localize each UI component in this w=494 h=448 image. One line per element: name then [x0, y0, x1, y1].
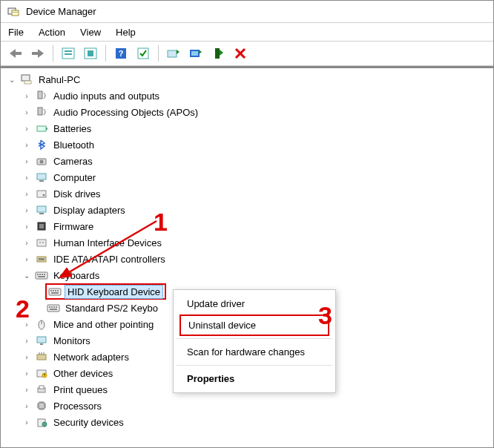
chevron-right-icon[interactable]: › — [22, 107, 32, 117]
svg-rect-9 — [88, 50, 93, 56]
chevron-right-icon[interactable]: › — [22, 123, 32, 134]
properties-toolbar-button[interactable] — [80, 43, 101, 64]
tree-category[interactable]: ›Firmware — [1, 218, 493, 234]
tree-category-label: Display adapters — [51, 204, 128, 217]
prop-sheet-button[interactable] — [133, 43, 154, 64]
svg-point-34 — [39, 242, 41, 243]
tree-category-keyboards[interactable]: ⌄ Keyboards — [1, 267, 493, 283]
tree-item-hid-keyboard[interactable]: HID Keyboard Device — [45, 283, 166, 300]
svg-rect-1 — [12, 10, 19, 16]
tree-item-label: Standard PS/2 Keybo — [63, 302, 160, 314]
tree-category[interactable]: ›Processors — [1, 398, 493, 414]
svg-rect-38 — [36, 272, 47, 279]
svg-rect-42 — [44, 274, 45, 275]
ctx-uninstall-device[interactable]: Uninstall device — [180, 314, 329, 336]
chevron-right-icon[interactable]: › — [22, 139, 32, 150]
chevron-right-icon[interactable]: › — [22, 237, 32, 248]
svg-rect-15 — [191, 51, 198, 56]
ctx-scan-hardware[interactable]: Scan for hardware changes — [174, 341, 335, 363]
svg-rect-53 — [53, 306, 55, 308]
svg-rect-48 — [57, 290, 59, 291]
chevron-right-icon[interactable]: › — [22, 172, 32, 182]
category-icon — [35, 105, 48, 119]
toolbar: ? — [1, 41, 493, 66]
keyboard-icon — [48, 285, 62, 298]
tree-root-label: Rahul-PC — [36, 73, 82, 86]
category-icon — [35, 415, 48, 429]
chevron-down-icon[interactable]: ⌄ — [22, 270, 32, 280]
chevron-down-icon[interactable]: ⌄ — [7, 74, 17, 85]
tree-item-label: HID Keyboard Device — [65, 285, 163, 299]
category-icon: ? — [35, 366, 48, 380]
svg-rect-21 — [37, 126, 46, 131]
chevron-right-icon[interactable]: › — [22, 221, 32, 231]
svg-rect-50 — [47, 305, 59, 312]
tree-category[interactable]: ›Computer — [1, 169, 493, 185]
tree-category-label: Cameras — [51, 155, 95, 168]
scan-hardware-button[interactable] — [185, 43, 206, 64]
chevron-right-icon[interactable]: › — [22, 368, 32, 378]
chevron-right-icon[interactable]: › — [22, 401, 32, 411]
chevron-right-icon[interactable]: › — [22, 319, 32, 329]
tree-category[interactable]: ›Bluetooth — [1, 136, 493, 153]
update-driver-button[interactable] — [163, 43, 184, 64]
tree-category[interactable]: ›Audio Processing Objects (APOs) — [1, 104, 493, 120]
tree-category[interactable]: ›Human Interface Devices — [1, 234, 493, 251]
chevron-right-icon[interactable]: › — [22, 352, 32, 362]
category-icon — [35, 334, 48, 347]
svg-rect-39 — [37, 274, 39, 275]
device-tree[interactable]: ⌄ Rahul-PC ›Audio inputs and outputs›Aud… — [1, 66, 493, 447]
tree-category[interactable]: ›Disk drives — [1, 185, 493, 202]
menu-action[interactable]: Action — [39, 27, 65, 38]
svg-rect-33 — [37, 240, 46, 246]
svg-rect-30 — [39, 213, 44, 214]
chevron-right-icon[interactable]: › — [22, 156, 32, 166]
chevron-right-icon[interactable]: › — [22, 90, 32, 101]
menu-view[interactable]: View — [80, 27, 101, 38]
chevron-right-icon[interactable]: › — [22, 254, 32, 264]
svg-rect-20 — [38, 108, 42, 115]
computer-icon — [20, 73, 33, 86]
chevron-right-icon[interactable]: › — [22, 384, 32, 395]
svg-point-24 — [40, 160, 44, 164]
tree-category-label: Mice and other pointing — [51, 318, 156, 331]
menu-file[interactable]: File — [8, 27, 24, 38]
tree-category-label: Monitors — [51, 335, 93, 347]
show-hidden-button[interactable] — [58, 43, 79, 64]
svg-rect-51 — [49, 306, 50, 308]
back-button[interactable] — [5, 43, 26, 64]
svg-rect-25 — [37, 174, 46, 179]
tree-category-label: Audio inputs and outputs — [51, 90, 162, 102]
tree-category-label: Other devices — [51, 367, 115, 380]
tree-category[interactable]: ›IDE ATA/ATAPI controllers — [1, 251, 493, 267]
svg-rect-52 — [51, 306, 53, 308]
svg-rect-37 — [39, 258, 45, 260]
help-button[interactable]: ? — [111, 43, 131, 64]
svg-rect-2 — [13, 12, 18, 13]
tree-category-label: Security devices — [51, 416, 126, 429]
category-icon — [35, 154, 48, 168]
forward-button[interactable] — [27, 43, 48, 64]
add-legacy-button[interactable] — [208, 43, 228, 64]
tree-category[interactable]: ›Cameras — [1, 153, 493, 169]
ctx-update-driver[interactable]: Update driver — [174, 293, 335, 314]
tree-category-label: IDE ATA/ATAPI controllers — [51, 253, 168, 266]
menu-help[interactable]: Help — [116, 27, 136, 38]
ctx-properties[interactable]: Properties — [174, 368, 335, 389]
tree-root[interactable]: ⌄ Rahul-PC — [1, 71, 493, 88]
tree-category[interactable]: ›Security devices — [1, 414, 493, 430]
tree-category[interactable]: ›Batteries — [1, 120, 493, 136]
toolbar-separator — [105, 45, 106, 62]
chevron-right-icon[interactable]: › — [22, 188, 32, 199]
tree-category[interactable]: ›Display adapters — [1, 202, 493, 218]
menu-bar: File Action View Help — [1, 23, 493, 41]
chevron-right-icon[interactable]: › — [22, 335, 32, 346]
category-icon — [35, 203, 48, 217]
chevron-right-icon[interactable]: › — [22, 417, 32, 427]
tree-category[interactable]: ›Audio inputs and outputs — [1, 88, 493, 104]
svg-rect-16 — [215, 48, 220, 59]
uninstall-button[interactable] — [230, 43, 251, 64]
chevron-right-icon[interactable]: › — [22, 205, 32, 215]
svg-rect-22 — [46, 128, 47, 130]
toolbar-separator — [158, 45, 159, 62]
